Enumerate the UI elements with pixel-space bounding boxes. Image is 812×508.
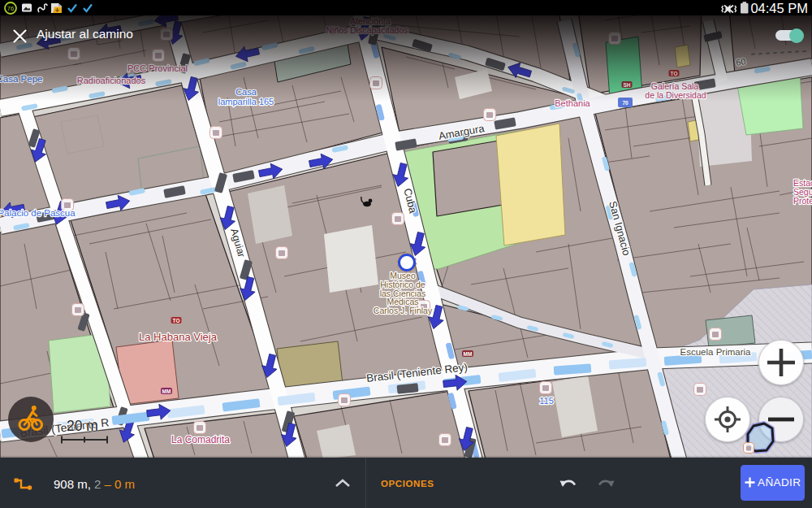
svg-text:TO: TO — [173, 318, 180, 323]
svg-text:La Habana Vieja: La Habana Vieja — [139, 331, 218, 343]
svg-text:Protección: Protección — [793, 196, 812, 206]
svg-text:Palacio de Pascua: Palacio de Pascua — [0, 208, 76, 218]
svg-text:La Comadrita: La Comadrita — [171, 434, 230, 445]
svg-text:Escuela Primaria: Escuela Primaria — [680, 347, 752, 357]
svg-text:Carlos J. Finlay: Carlos J. Finlay — [374, 306, 433, 315]
svg-text:115: 115 — [539, 396, 554, 406]
svg-text:Casa Pepe: Casa Pepe — [0, 74, 42, 84]
svg-text:de la Diversidad: de la Diversidad — [645, 90, 706, 100]
svg-text:TO: TO — [671, 71, 678, 76]
svg-text:Casa: Casa — [235, 87, 257, 97]
svg-text:MM: MM — [464, 351, 473, 357]
svg-text:Niños Discapacitados: Niños Discapacitados — [326, 25, 408, 35]
svg-text:Radioaficionados: Radioaficionados — [77, 76, 146, 85]
svg-text:60: 60 — [735, 56, 746, 67]
svg-text:SH: SH — [623, 82, 630, 88]
svg-text:lamparilla 165: lamparilla 165 — [218, 97, 274, 106]
svg-text:Bethania: Bethania — [555, 98, 590, 108]
svg-text:76: 76 — [7, 5, 14, 12]
svg-text:MM: MM — [162, 389, 171, 394]
svg-text:PCC Provincial: PCC Provincial — [127, 63, 188, 73]
svg-text:70: 70 — [622, 100, 628, 106]
